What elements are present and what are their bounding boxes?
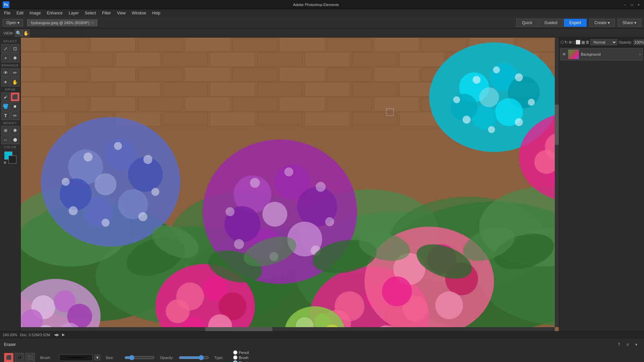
pencil-radio[interactable] [233,350,237,355]
text-tool-button[interactable]: T [1,111,10,120]
svg-point-118 [95,173,116,195]
pencil-option[interactable]: Pencil [233,350,249,355]
eraser-icon-button[interactable]: ⬛ [4,353,13,362]
zoom-status: 240.03% [3,333,17,337]
opacity-input[interactable] [634,40,644,45]
horizontal-scrollbar-thumb[interactable] [205,327,272,331]
svg-rect-72 [352,112,397,126]
expert-mode-button[interactable]: Expert [564,19,587,27]
menu-item-filter[interactable]: Filter [99,10,114,16]
svg-point-138 [325,217,334,226]
pencil-button[interactable]: ✏ [11,111,19,120]
right-tool-btn-5[interactable]: ⬜ [576,39,581,46]
blend-mode-select[interactable]: Normal Multiply Screen Overlay [590,39,617,45]
quick-select-button[interactable]: ✱ [11,54,19,62]
create-button[interactable]: Create ▾ [589,19,614,27]
right-tool-btn-2[interactable]: ↻ [565,39,568,46]
eraser-button[interactable]: ⬛ [11,93,19,101]
menu-item-help[interactable]: Help [149,10,163,16]
layer-visibility-icon[interactable]: 👁 [562,52,566,57]
window-controls: − □ × [623,2,641,7]
right-tool-btn-6[interactable]: ▦ [581,39,585,46]
right-tool-btn-4[interactable]: □ [573,39,575,46]
mode-buttons: Quick Guided Expert [516,19,587,27]
svg-rect-46 [305,82,350,97]
recompose-button[interactable]: ✱ [11,126,19,135]
left-toolbar: SELECT ⤢ ⊡ ⌖ ✱ ENHANCE 👁 ✏ ☀ ✋ DRAW 🖌 ⬛ … [0,38,21,331]
layers-panel: 👁 Background × [559,47,644,331]
menu-item-select[interactable]: Select [82,10,99,16]
hand-tool-button[interactable]: ✋ [22,29,30,37]
type-radio-group: Pencil Brush Block [233,350,249,362]
opacity-control: Normal Multiply Screen Overlay Opacity: … [590,39,644,45]
paint-bucket-button[interactable]: 🪣 [1,102,10,111]
tool-options-menu[interactable]: ≡ [624,341,631,348]
doc-info: Doc: 3.52M/3.52M [20,333,50,337]
vertical-scrollbar[interactable] [555,38,559,327]
marquee-tool-button[interactable]: ⊡ [11,44,19,53]
minimize-button[interactable]: − [623,2,628,7]
block-radio[interactable] [233,360,237,362]
svg-point-149 [166,299,190,323]
menu-item-view[interactable]: View [114,10,128,16]
vertical-scrollbar-thumb[interactable] [555,105,559,145]
document-tab[interactable]: hydrangeas.jpeg @ 240% (RGB/8*) × [27,19,97,26]
red-eye-button[interactable]: ✏ [11,68,19,77]
tab-close-button[interactable]: × [92,21,94,24]
svg-rect-30 [138,67,183,81]
move-tool-button[interactable]: ⤢ [1,44,10,53]
opacity-slider[interactable] [179,355,209,360]
background-color[interactable] [8,156,16,164]
brush-dropdown-button[interactable]: ▾ [95,355,100,360]
tool-options-expand[interactable]: ▾ [633,341,640,348]
right-tool-btn-3[interactable]: ⊕ [569,39,572,46]
svg-point-98 [515,73,523,81]
eraser-reset-button[interactable]: ↺ [15,353,24,362]
guided-mode-button[interactable]: Guided [539,19,563,27]
brush-option[interactable]: Brush [233,355,249,360]
tool-options-panel: Eraser ? ≡ ▾ ⬛ ↺ ⬛ Brush: ▾ Size: Op [0,338,644,362]
opacity-label: Opacity: [619,40,632,44]
straighten-button[interactable]: ⬢ [11,135,19,144]
color-reset-button[interactable]: ⊞ [4,161,6,164]
view-toolbar: VIEW 🔍 ✋ [0,29,644,38]
color-swatches: ⊞ [4,152,16,164]
menu-item-enhance[interactable]: Enhance [44,10,65,16]
maximize-button[interactable]: □ [629,2,635,7]
status-expand-button[interactable]: ▶ [62,333,65,337]
svg-point-135 [250,178,260,188]
share-button[interactable]: Share ▾ [618,19,641,27]
move-button[interactable]: ↔ [1,135,10,144]
open-button[interactable]: Open ▾ [3,19,23,26]
crop-button[interactable]: ⊕ [1,126,10,135]
menu-item-layer[interactable]: Layer [66,10,82,16]
canvas-area[interactable] [21,38,559,331]
menu-item-image[interactable]: Image [27,10,43,16]
menu-item-file[interactable]: File [1,10,13,16]
spot-heal-button[interactable]: 👁 [1,68,10,77]
lasso-tool-button[interactable]: ⌖ [1,54,10,62]
horizontal-scrollbar[interactable] [21,327,555,331]
brush-radio[interactable] [233,355,237,360]
zoom-out-button[interactable]: 🔍 [15,29,22,37]
svg-rect-68 [163,112,208,126]
layer-close-button[interactable]: × [639,53,641,56]
quick-mode-button[interactable]: Quick [516,19,538,27]
brush-preview[interactable] [59,354,93,361]
doc-info-arrow[interactable]: ◀▶ [54,333,59,337]
gradient-button[interactable]: ■ [11,102,19,111]
right-layer-delete[interactable]: 🗑 [586,39,590,46]
dodge-button[interactable]: ☀ [1,78,10,86]
tool-options-help[interactable]: ? [615,341,623,348]
layer-item-background[interactable]: 👁 Background × [560,48,643,60]
right-tool-btn-1[interactable]: ⬡ [560,39,564,46]
menu-item-edit[interactable]: Edit [14,10,26,16]
right-tools-bar: ⬡ ↻ ⊕ □ ⬜ ▦ 🗑 Normal Multiply Screen Ove… [559,38,644,47]
menu-item-window[interactable]: Window [129,10,149,16]
close-button[interactable]: × [636,2,641,7]
block-option[interactable]: Block [233,360,249,362]
eraser-extra-button[interactable]: ⬛ [25,353,35,362]
size-slider[interactable] [124,355,155,360]
brush-button[interactable]: 🖌 [1,93,10,101]
blur-button[interactable]: ✋ [11,78,19,86]
